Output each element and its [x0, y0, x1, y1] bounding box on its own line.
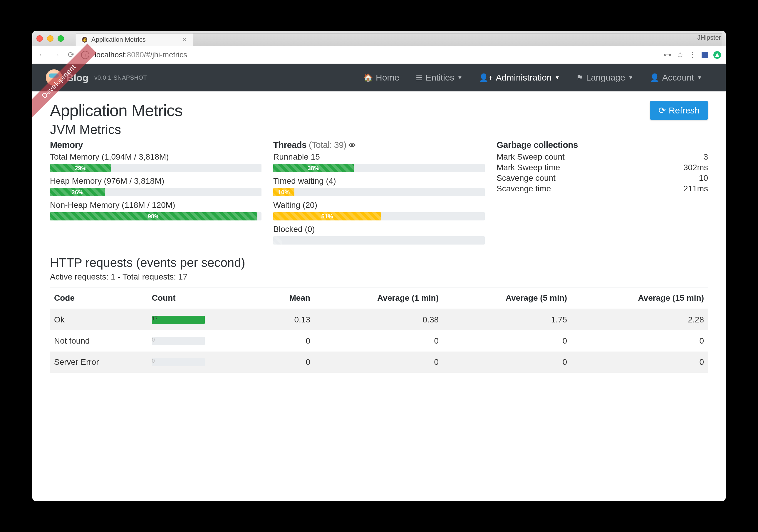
http-table: CodeCountMeanAverage (1 min)Average (5 m… [50, 287, 708, 373]
threads-waiting-label: Waiting (20) [273, 200, 485, 210]
nav-language-label: Language [586, 73, 625, 83]
star-icon[interactable]: ☆ [676, 50, 683, 59]
home-icon: 🏠 [363, 73, 373, 82]
flag-icon: ⚑ [576, 73, 583, 82]
url-port: :8080 [125, 50, 144, 59]
address-field[interactable]: localhost:8080/#/jhi-metrics [95, 50, 658, 59]
nav-administration[interactable]: 👤+ Administration ▼ [479, 73, 560, 83]
threads-timed-progress: 10% [273, 188, 485, 196]
brand-version: v0.0.1-SNAPSHOT [95, 74, 147, 81]
zoom-window-button[interactable] [57, 35, 64, 42]
gc-row: Mark Sweep time302ms [497, 163, 708, 172]
count-bar: 0 [152, 337, 154, 345]
threads-waiting-progress: 51% [273, 212, 485, 221]
gc-value: 10 [699, 173, 708, 183]
gc-row: Scavenge time211ms [497, 184, 708, 194]
back-button[interactable]: ← [37, 50, 47, 59]
http-summary: Active requests: 1 - Total requests: 17 [50, 272, 708, 282]
count-cell: 0 [148, 330, 260, 352]
refresh-button[interactable]: ⟳ Refresh [650, 101, 708, 120]
favicon-icon: 🧔 [81, 36, 88, 44]
tab-title: Application Metrics [91, 36, 146, 44]
minimize-window-button[interactable] [47, 35, 53, 42]
traffic-lights [36, 35, 64, 42]
jvm-heading: JVM Metrics [50, 122, 708, 137]
count-progress: 17 [152, 316, 205, 324]
count-progress: 0 [152, 358, 205, 366]
table-row: Not found00000 [50, 330, 708, 352]
count-cell: 0 [148, 352, 260, 373]
heap-memory-label: Heap Memory (976M / 3,818M) [50, 176, 261, 186]
code-cell: Server Error [50, 352, 148, 373]
gc-row: Scavenge count10 [497, 173, 708, 183]
nav-administration-label: Administration [496, 73, 552, 83]
count-bar: 0 [152, 358, 154, 366]
nonheap-memory-progress: 98% [50, 212, 261, 221]
heap-memory-progress: 26% [50, 188, 261, 196]
chevron-down-icon: ▼ [697, 75, 702, 81]
threads-column: Threads (Total: 39) 👁 Runnable 15 38% Ti… [273, 140, 485, 249]
key-icon[interactable]: ⊶ [664, 50, 671, 59]
nav-home[interactable]: 🏠 Home [363, 73, 399, 83]
url-host: localhost [95, 50, 125, 59]
gc-column: Garbage collections Mark Sweep count3Mar… [497, 140, 708, 249]
metric-cell: 0 [314, 352, 443, 373]
code-cell: Not found [50, 330, 148, 352]
page-title: Application Metrics [50, 101, 183, 120]
heap-memory-bar: 26% [50, 188, 105, 196]
metric-cell: 0 [314, 330, 443, 352]
threads-runnable-progress: 38% [273, 164, 485, 172]
metric-cell: 0 [443, 352, 571, 373]
table-row: Server Error00000 [50, 352, 708, 373]
count-progress: 0 [152, 337, 205, 345]
memory-heading: Memory [50, 140, 261, 150]
chevron-down-icon: ▼ [458, 75, 463, 81]
threads-blocked-progress [273, 236, 485, 245]
gc-value: 211ms [683, 184, 708, 194]
gc-label: Mark Sweep time [497, 163, 560, 172]
nav-account[interactable]: 👤 Account ▼ [650, 73, 702, 83]
count-bar: 17 [152, 316, 205, 324]
extension-icon-2[interactable]: ▲ [713, 51, 721, 59]
metric-cell: 0 [260, 330, 314, 352]
gc-label: Scavenge count [497, 173, 556, 183]
metric-cell: 0 [260, 352, 314, 373]
threads-blocked-label: Blocked (0) [273, 225, 485, 234]
titlebar: 🧔 Application Metrics ✕ JHipster [32, 31, 726, 46]
code-cell: Ok [50, 309, 148, 330]
refresh-label: Refresh [669, 106, 700, 116]
table-header: Average (1 min) [314, 287, 443, 309]
total-memory-bar: 29% [50, 164, 111, 172]
chevron-down-icon: ▼ [555, 75, 560, 81]
nav-entities-label: Entities [426, 73, 454, 83]
close-tab-button[interactable]: ✕ [180, 36, 188, 43]
titlebar-app-name: JHipster [697, 34, 721, 41]
gc-value: 3 [703, 152, 708, 162]
metric-cell: 0 [571, 352, 708, 373]
metric-cell: 0.38 [314, 309, 443, 330]
browser-window: 🧔 Application Metrics ✕ JHipster ← → ⟳ i… [32, 31, 726, 501]
threads-runnable-bar: 38% [273, 164, 354, 172]
menu-icon[interactable]: ⋮ [689, 50, 696, 59]
refresh-icon: ⟳ [658, 105, 666, 116]
table-header: Average (15 min) [571, 287, 708, 309]
extension-icon-1[interactable] [702, 52, 708, 58]
table-header: Count [148, 287, 260, 309]
eye-icon[interactable]: 👁 [349, 141, 356, 149]
nav-entities[interactable]: ☰ Entities ▼ [416, 73, 463, 83]
total-memory-label: Total Memory (1,094M / 3,818M) [50, 152, 261, 162]
nonheap-memory-bar: 98% [50, 212, 258, 221]
threads-runnable-label: Runnable 15 [273, 152, 485, 162]
nav-home-label: Home [376, 73, 399, 83]
nav-language[interactable]: ⚑ Language ▼ [576, 73, 633, 83]
user-icon: 👤 [650, 73, 659, 82]
app-navbar: Development Blog v0.0.1-SNAPSHOT 🏠 Home … [32, 64, 726, 91]
threads-blocked-bar [273, 236, 282, 245]
memory-column: Memory Total Memory (1,094M / 3,818M) 29… [50, 140, 261, 249]
threads-total: (Total: 39) [309, 140, 346, 150]
close-window-button[interactable] [36, 35, 43, 42]
forward-button[interactable]: → [52, 50, 61, 59]
threads-timed-bar: 10% [273, 188, 294, 196]
browser-tab[interactable]: 🧔 Application Metrics ✕ [76, 33, 193, 46]
gc-heading: Garbage collections [497, 140, 708, 150]
